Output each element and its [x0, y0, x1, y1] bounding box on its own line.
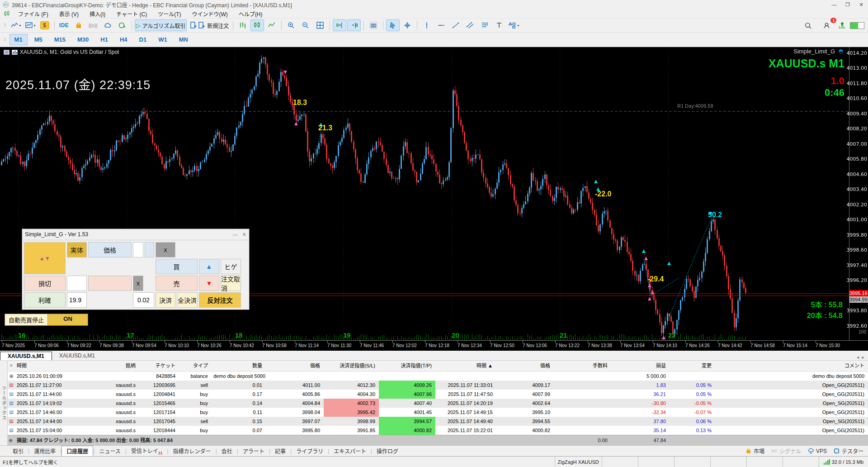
text-tool-button[interactable]	[492, 19, 506, 31]
column-header-13[interactable]: コメント	[715, 361, 868, 371]
horizontal-line-button[interactable]	[434, 19, 448, 31]
timeframe-H4[interactable]: H4	[115, 34, 132, 45]
candle-chart-mode-button[interactable]	[250, 19, 264, 31]
column-header-8[interactable]: 時間 ▲	[435, 361, 496, 371]
sell-button[interactable]: 売	[156, 276, 198, 291]
toolbox-tab-操作ログ[interactable]: 操作ログ	[372, 446, 403, 456]
timeframe-M30[interactable]: M30	[72, 34, 94, 45]
column-header-4[interactable]: 数量	[212, 361, 266, 371]
line-chart-mode-button[interactable]	[265, 19, 278, 31]
toolbox-tab-口座履歴[interactable]: 口座履歴	[61, 446, 93, 456]
toolbox-tab-記事[interactable]: 記事	[270, 446, 290, 456]
signals-button[interactable]: ((o))	[86, 19, 100, 31]
price-input-cell[interactable]	[133, 242, 143, 257]
timeframe-M5[interactable]: M5	[29, 34, 47, 45]
indicator-window-button[interactable]: ▾	[24, 19, 37, 31]
close-toolbox-button[interactable]: ✕	[8, 361, 15, 371]
toolbox-tab-指標カレンダー[interactable]: 指標カレンダー	[169, 446, 216, 456]
buy-arrow-button[interactable]: ▲	[199, 259, 219, 274]
panel-toggle-VPS[interactable]: VPS	[807, 448, 827, 454]
column-header-7[interactable]: 決済指値(T/P)	[379, 361, 435, 371]
zoom-out-button[interactable]	[299, 19, 312, 31]
toolbox-tab-アラート[interactable]: アラート	[238, 446, 269, 456]
auto-trade-on-button[interactable]: ON	[48, 314, 88, 325]
toolbox-tab-運用比率[interactable]: 運用比率	[29, 446, 60, 456]
menu-item-4[interactable]: ツール(T)	[152, 9, 186, 19]
ide-button[interactable]: IDE	[57, 19, 71, 31]
lot-input-cell[interactable]	[133, 292, 154, 308]
column-header-5[interactable]: 価格	[266, 361, 324, 371]
cancel-orders-button[interactable]: 注文取消	[221, 276, 241, 291]
chart-profile-icon[interactable]	[12, 50, 18, 55]
panel-title-bar[interactable]: Simple_Limit_G - Ver 1.53 — ✕	[22, 229, 249, 240]
timeframe-D1[interactable]: D1	[134, 34, 152, 45]
buy-button[interactable]: 買	[156, 259, 198, 274]
timeframe-W1[interactable]: W1	[153, 34, 172, 45]
auto-scroll-button[interactable]	[347, 19, 361, 31]
timeframe-M1[interactable]: M1	[9, 34, 28, 45]
panel-minimize-icon[interactable]: —	[233, 232, 238, 238]
cursor-button[interactable]	[386, 19, 400, 31]
menu-item-2[interactable]: 挿入(I)	[84, 9, 111, 19]
menu-item-3[interactable]: チャート (C)	[111, 9, 152, 19]
crosshair-button[interactable]	[401, 19, 414, 31]
chart-style-button[interactable]: ▾	[9, 19, 23, 31]
drag-handle[interactable]: ⠿	[4, 23, 6, 28]
timeframe-M15[interactable]: M15	[49, 34, 71, 45]
screenshot-button[interactable]	[367, 19, 380, 31]
column-header-9[interactable]: 価格	[496, 361, 554, 371]
zoom-in-button[interactable]	[284, 19, 298, 31]
stoploss-step-cell[interactable]	[88, 276, 132, 291]
updown-button[interactable]: ▲▼	[24, 242, 66, 274]
tabs-scroll-right-icon[interactable]: ▸	[862, 354, 864, 360]
toolbox-tab-エキスパート[interactable]: エキスパート	[329, 446, 371, 456]
history-row[interactable]: ▤2025.11.07 14:19:02xauusd.s12015465buy0…	[8, 399, 868, 408]
close-all-button[interactable]: 全決済	[177, 292, 198, 308]
close-button[interactable]: ✕	[854, 2, 868, 8]
price-clear-button[interactable]: x	[156, 242, 175, 257]
wick-mode-button[interactable]: ヒゲ	[221, 259, 241, 274]
sell-arrow-button[interactable]: ▼	[199, 276, 219, 291]
column-header-11[interactable]: 損益	[611, 361, 670, 371]
summary-expand-icon[interactable]: ⊕	[8, 435, 15, 445]
column-header-3[interactable]: タイプ	[179, 361, 212, 371]
history-row[interactable]: ▤2025.11.07 11:44:00xauusd.s12004841buy0…	[8, 390, 868, 399]
drag-handle[interactable]: ⠿	[4, 38, 6, 42]
toolbox-tab-受信トレイ[interactable]: 受信トレイ11	[127, 446, 167, 456]
column-header-2[interactable]: チケット	[139, 361, 179, 371]
new-order-button[interactable]: 新規注文	[188, 19, 230, 31]
time-axis[interactable]: 7 Nov 20257 Nov 09:067 Nov 09:227 Nov 09…	[0, 340, 868, 351]
vertical-line-button[interactable]	[420, 19, 434, 31]
toolbox-tab-ライブラリ[interactable]: ライブラリ	[292, 446, 328, 456]
menu-item-0[interactable]: ファイル (F)	[13, 9, 54, 19]
timeframe-MN[interactable]: MN	[174, 34, 193, 45]
menu-item-5[interactable]: ウインドウ(W)	[187, 9, 233, 19]
cloud-storage-button[interactable]	[101, 19, 114, 31]
timeframe-H1[interactable]: H1	[95, 34, 113, 45]
history-row[interactable]: ⊕2025.10.26 01:00:098428854balancedemo d…	[8, 372, 868, 381]
channel-button[interactable]	[463, 19, 477, 31]
body-mode-button[interactable]: 実体	[67, 242, 87, 257]
column-header-6[interactable]: 決済逆指値(S/L)	[324, 361, 379, 371]
toolbox-tab-会社[interactable]: 会社	[217, 446, 237, 456]
algo-trading-button[interactable]: ▷アルゴリズム取引	[135, 19, 187, 31]
chart-tab-1[interactable]: XAUUSD.s,M1	[52, 352, 102, 360]
trendline-button[interactable]	[449, 19, 462, 31]
search-icon[interactable]	[801, 19, 815, 31]
price-axis[interactable]: 4014.204013.004011.804010.604009.404008.…	[849, 47, 868, 340]
menu-item-1[interactable]: 表示 (V)	[54, 9, 84, 19]
column-header-12[interactable]: 変更	[670, 361, 715, 371]
history-row[interactable]: ▤2025.11.07 11:27:00xauusd.s12003695sell…	[8, 381, 868, 390]
dollar-symbols-button[interactable]: $	[38, 19, 52, 31]
stoploss-input-cell[interactable]	[67, 276, 87, 291]
community-button[interactable]	[115, 19, 129, 31]
bar-chart-mode-button[interactable]	[236, 19, 250, 31]
object-list-icon[interactable]	[4, 50, 9, 55]
stoploss-clear-button[interactable]: x	[133, 276, 143, 291]
market-bag-button[interactable]	[72, 19, 85, 31]
reverse-order-button[interactable]: 反対注文	[199, 292, 241, 308]
price-step-cell[interactable]	[145, 242, 154, 257]
toolbox-vertical-tab[interactable]: ツールボックス	[0, 361, 8, 445]
column-header-1[interactable]: 銘柄	[90, 361, 139, 371]
close-position-button[interactable]: 決済	[156, 292, 175, 308]
